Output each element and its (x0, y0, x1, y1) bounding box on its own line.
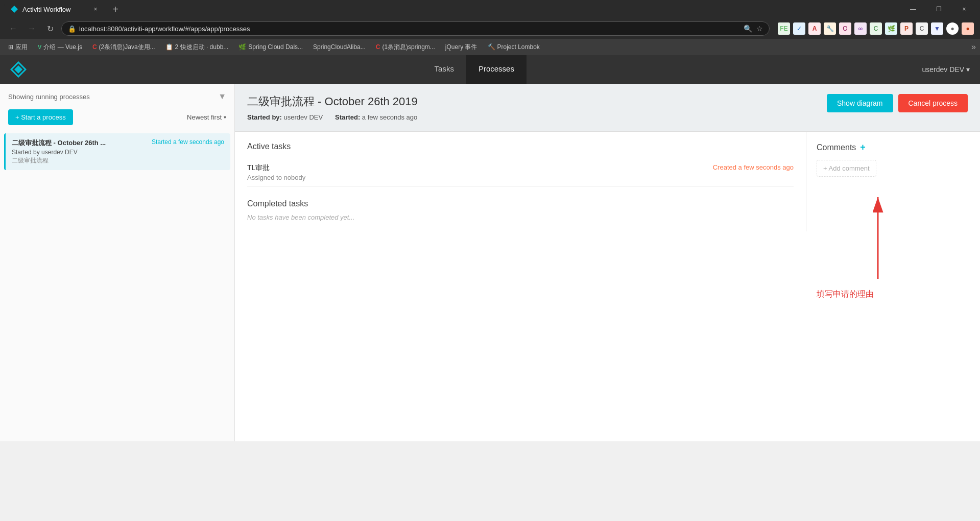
started-label: Started: (335, 113, 362, 121)
ext-icon-4[interactable]: 🔧 (824, 22, 836, 35)
add-comment-plus-icon[interactable]: + (860, 142, 866, 153)
sidebar: Showing running processes ▼ + Start a pr… (0, 84, 235, 441)
bookmark-dubb[interactable]: 📋 2 快速启动 · dubb... (161, 41, 233, 53)
main-content: Showing running processes ▼ + Start a pr… (0, 84, 980, 441)
app-header: Tasks Processes userdev DEV ▾ (0, 55, 980, 84)
sort-dropdown[interactable]: Newest first ▾ (187, 113, 226, 121)
ext-icon-8[interactable]: 🌿 (885, 22, 897, 35)
process-list: 二级审批流程 - October 26th ... Started a few … (0, 131, 234, 441)
active-tab[interactable]: Activiti Workflow × (4, 2, 106, 17)
app-nav: Tasks Processes (27, 55, 922, 84)
close-btn[interactable]: × (952, 0, 976, 18)
bookmark-icon[interactable]: ☆ (756, 25, 763, 33)
tab-close-btn[interactable]: × (91, 5, 100, 14)
user-dropdown-arrow: ▾ (966, 65, 970, 74)
bookmark-vuejs[interactable]: V 介绍 — Vue.js (34, 41, 86, 53)
apps-icon: ⊞ (8, 43, 13, 51)
no-completed-tasks: No tasks have been completed yet... (247, 214, 794, 221)
address-text: localhost:8080/activiti-app/workflow/#/a… (79, 25, 740, 33)
nav-processes[interactable]: Processes (466, 55, 527, 84)
process-item-time: Started a few seconds ago (152, 138, 224, 146)
forward-button[interactable]: → (25, 21, 39, 36)
process-list-item[interactable]: 二级审批流程 - October 26th ... Started a few … (4, 133, 230, 170)
sidebar-toolbar: + Start a process Newest first ▾ (0, 105, 234, 131)
started-by-value: userdev DEV (284, 113, 323, 121)
sort-arrow: ▾ (224, 114, 226, 120)
bookmark-spring-cloud[interactable]: 🌿 Spring Cloud Dals... (234, 41, 307, 53)
address-icons: 🔍 ☆ (744, 25, 763, 33)
nav-tasks[interactable]: Tasks (422, 55, 466, 84)
svg-marker-2 (14, 65, 22, 74)
add-comment-button[interactable]: + Add comment (817, 160, 876, 177)
minimize-btn[interactable]: — (901, 0, 925, 18)
detail-meta: Started by: userdev DEV Started: a few s… (247, 113, 827, 121)
address-bar: ← → ↻ 🔒 localhost:8080/activiti-app/work… (0, 18, 980, 39)
search-icon: 🔍 (744, 25, 752, 33)
bookmark-springm[interactable]: C (1条消息)springm... (372, 41, 439, 53)
window-controls: — ❐ × (901, 0, 976, 18)
activiti-logo (10, 61, 27, 78)
detail-header: 二级审批流程 - October 26th 2019 Started by: u… (235, 84, 980, 132)
active-tasks-title: Active tasks (247, 142, 794, 151)
started-by-label: Started by: (247, 113, 284, 121)
ext-icon-10[interactable]: C (916, 22, 928, 35)
ext-icon-6[interactable]: ∞ (854, 22, 867, 35)
bookmark-java[interactable]: C (2条消息)Java使用... (88, 41, 159, 53)
maximize-btn[interactable]: ❐ (927, 0, 950, 18)
filter-icon[interactable]: ▼ (218, 92, 226, 101)
process-item-started: Started by userdev DEV (12, 149, 224, 156)
bookmarks-bar: ⊞ 应用 V 介绍 — Vue.js C (2条消息)Java使用... 📋 2… (0, 39, 980, 55)
sort-label: Newest first (187, 113, 222, 121)
start-process-button[interactable]: + Start a process (8, 109, 73, 125)
comments-header: Comments + (817, 142, 970, 153)
ext-icon-7[interactable]: C (870, 22, 882, 35)
svg-marker-0 (11, 6, 18, 13)
detail-panel: 二级审批流程 - October 26th 2019 Started by: u… (235, 84, 980, 441)
sidebar-title: Showing running processes (8, 93, 90, 101)
bookmark-lombok[interactable]: 🔨 Project Lombok (484, 41, 544, 53)
app: Tasks Processes userdev DEV ▾ Showing ru… (0, 55, 980, 441)
comments-title: Comments (817, 143, 856, 152)
show-diagram-button[interactable]: Show diagram (827, 94, 893, 112)
started-value: a few seconds ago (362, 113, 417, 121)
new-tab-button[interactable]: + (108, 2, 123, 16)
task-created: Created a few seconds ago (713, 163, 794, 171)
detail-title: 二级审批流程 - October 26th 2019 (247, 94, 827, 109)
comments-section: Comments + + Add comment (806, 132, 980, 231)
ext-icon-5[interactable]: O (839, 22, 851, 35)
task-item: TL审批 Assigned to nobody Created a few se… (247, 158, 794, 187)
started-by-meta: Started by: userdev DEV (247, 113, 323, 121)
bookmark-apps[interactable]: ⊞ 应用 (4, 41, 32, 53)
cancel-process-button[interactable]: Cancel process (898, 94, 968, 112)
bookmark-jquery[interactable]: jQuery 事件 (441, 41, 482, 53)
task-assigned: Assigned to nobody (247, 174, 305, 181)
annotation-text: 填写申请的理由 (817, 289, 874, 300)
user-menu[interactable]: userdev DEV ▾ (922, 65, 970, 74)
ext-icon-11[interactable]: ▼ (931, 22, 943, 35)
ext-icon-3[interactable]: A (808, 22, 821, 35)
started-meta: Started: a few seconds ago (335, 113, 417, 121)
detail-body: Active tasks TL审批 Assigned to nobody Cre… (235, 132, 980, 231)
sidebar-header: Showing running processes ▼ (0, 84, 234, 105)
bookmark-spring-cloud-alibaba[interactable]: SpringCloudAliba... (309, 41, 370, 53)
detail-header-left: 二级审批流程 - October 26th 2019 Started by: u… (247, 94, 827, 121)
task-name: TL审批 (247, 163, 305, 173)
ext-icon-12[interactable]: ● (946, 22, 959, 35)
ext-icon-1[interactable]: FE (778, 22, 790, 35)
tab-title: Activiti Workflow (22, 6, 87, 13)
process-item-sub: 二级审批流程 (12, 156, 224, 165)
ext-icon-9[interactable]: P (900, 22, 913, 35)
refresh-button[interactable]: ↻ (43, 21, 57, 36)
task-info: TL审批 Assigned to nobody (247, 163, 305, 181)
annotation-arrow (847, 187, 909, 289)
completed-tasks-title: Completed tasks (247, 199, 794, 208)
bookmarks-more-btn[interactable]: » (971, 42, 976, 52)
ext-icon-2[interactable]: ✓ (793, 22, 805, 35)
back-button[interactable]: ← (6, 21, 20, 36)
ext-icon-13[interactable]: ● (962, 22, 974, 35)
tab-favicon (10, 5, 18, 13)
address-input[interactable]: 🔒 localhost:8080/activiti-app/workflow/#… (61, 21, 770, 36)
title-bar: Activiti Workflow × + — ❐ × (0, 0, 980, 18)
process-item-name: 二级审批流程 - October 26th ... (12, 138, 106, 148)
detail-actions: Show diagram Cancel process (827, 94, 968, 112)
